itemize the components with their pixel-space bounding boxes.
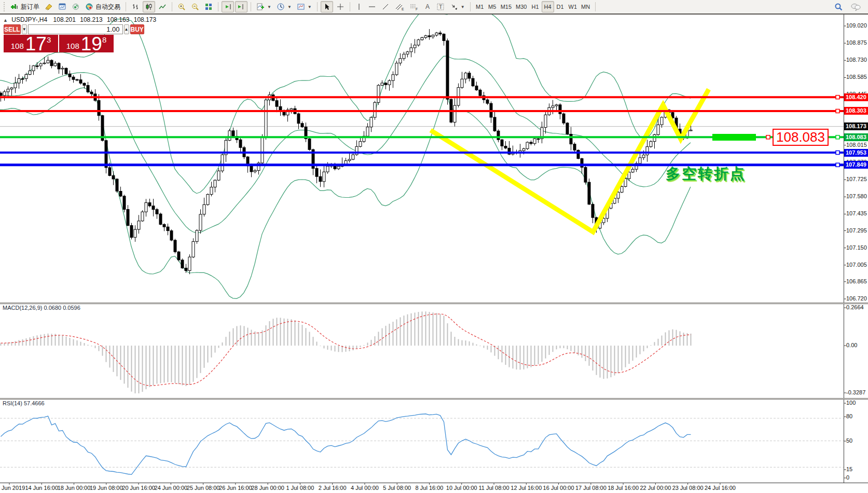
new-order-icon xyxy=(10,3,19,11)
highlight-rect-drawing[interactable] xyxy=(712,134,756,141)
tab-tf-m5[interactable]: M5 xyxy=(486,1,499,12)
label-button[interactable]: T xyxy=(434,1,447,12)
line-chart-button[interactable] xyxy=(156,1,169,12)
buy-button[interactable]: BUY xyxy=(130,24,144,34)
market-watch-button[interactable] xyxy=(56,1,68,12)
tab-tf-m15[interactable]: M15 xyxy=(499,1,514,12)
hline-handle[interactable] xyxy=(836,135,839,139)
pane-separator-macd[interactable] xyxy=(0,303,868,304)
time-tick-label: 18 Jul 16:00 xyxy=(608,485,639,491)
channel-icon: E xyxy=(395,3,404,11)
toolbar-separator xyxy=(470,2,471,11)
hline-handle[interactable] xyxy=(836,163,839,167)
terminal-window: 新订单 自动交易 xyxy=(0,0,868,493)
periods-button[interactable]: ▼ xyxy=(274,1,294,12)
collapse-panel-icon[interactable]: ▲ xyxy=(3,18,8,23)
tab-tf-w1[interactable]: W1 xyxy=(567,1,580,12)
price-tick-label: 108.730 xyxy=(846,57,868,63)
price-callout-label[interactable]: 108.083 xyxy=(773,129,829,146)
text-button[interactable]: A xyxy=(422,1,433,12)
fibonacci-button[interactable]: F xyxy=(407,1,421,12)
bar-chart-button[interactable] xyxy=(129,1,142,12)
text-label-icon: T xyxy=(436,3,445,11)
sell-price-button[interactable]: 108 17 3 xyxy=(4,35,58,52)
search-button[interactable] xyxy=(832,1,845,12)
tab-tf-mn[interactable]: MN xyxy=(579,1,592,12)
chevron-down-icon: ▼ xyxy=(267,5,271,9)
hline-handle[interactable] xyxy=(836,95,839,99)
toolbar-border xyxy=(0,13,868,15)
trendline-icon xyxy=(381,3,390,11)
crosshair-button[interactable] xyxy=(334,1,347,12)
price-tick-label: 108.585 xyxy=(846,74,868,80)
price-chip-108.083: 108.083 xyxy=(844,133,868,141)
buy-price-big: 19 xyxy=(81,36,102,52)
turning-point-annotation[interactable]: 多空转折点 xyxy=(666,164,746,184)
symbol-name: USDJPY-,H4 xyxy=(11,16,47,23)
rsi-axis-label: 0 xyxy=(846,474,849,481)
macd-axis-label: -0.3287 xyxy=(846,389,865,395)
toolbar-separator xyxy=(350,2,350,11)
candlestick-chart-icon xyxy=(145,3,153,11)
vertical-line-button[interactable] xyxy=(353,1,365,12)
zoom-out-button[interactable] xyxy=(189,1,201,12)
time-tick-label: 19 Jun 08:00 xyxy=(90,485,123,491)
search-icon xyxy=(834,3,843,11)
chart-canvas[interactable] xyxy=(0,0,868,493)
svg-text:A: A xyxy=(425,3,430,10)
time-tick-label: 5 Jul 08:00 xyxy=(383,485,411,491)
sell-button[interactable]: SELL xyxy=(4,24,21,34)
cursor-button[interactable] xyxy=(321,1,333,12)
tab-tf-m1[interactable]: M1 xyxy=(474,1,486,12)
chevron-down-icon: ▼ xyxy=(287,5,292,9)
chart-shift-button[interactable] xyxy=(235,1,247,12)
signal-button[interactable] xyxy=(70,1,82,12)
channel-button[interactable]: E xyxy=(393,1,406,12)
timeframe-group: M1M5M15M30H1H4D1W1MN xyxy=(474,1,592,12)
price-tick-label: 106.720 xyxy=(846,295,868,302)
price-tick-label: 106.865 xyxy=(846,278,868,284)
time-tick-label: 24 Jul 16:00 xyxy=(705,485,736,491)
line-chart-icon xyxy=(158,3,167,11)
volume-increase-button[interactable]: ▲ xyxy=(124,24,129,34)
chart-window-icon xyxy=(58,3,66,11)
time-tick-label: 1 Jul 08:00 xyxy=(286,485,314,491)
chevron-down-icon: ▼ xyxy=(308,5,312,9)
toolbar-grip xyxy=(4,2,6,11)
time-tick-label: 2 Jul 16:00 xyxy=(319,485,347,491)
horizontal-line-button[interactable] xyxy=(366,1,378,12)
new-order-button[interactable]: 新订单 xyxy=(8,1,42,12)
tab-tf-m30[interactable]: M30 xyxy=(514,1,529,12)
toolbar-separator xyxy=(218,2,218,11)
autotrade-label: 自动交易 xyxy=(95,3,120,11)
eraser-button[interactable] xyxy=(43,1,55,12)
trendline-button[interactable] xyxy=(379,1,392,12)
arrows-button[interactable]: ▼ xyxy=(448,1,467,12)
tab-tf-h1[interactable]: H1 xyxy=(529,1,542,12)
hline-handle[interactable] xyxy=(836,151,839,155)
macd-axis-label: 0.00 xyxy=(846,342,857,348)
buy-price-button[interactable]: 108 19 8 xyxy=(59,35,114,52)
chat-button[interactable] xyxy=(848,1,863,12)
time-tick-label: 8 Jul 16:00 xyxy=(416,485,444,491)
candlestick-chart-button[interactable] xyxy=(143,1,155,12)
price-tick-label: 109.020 xyxy=(846,22,868,29)
tile-windows-button[interactable] xyxy=(202,1,215,12)
time-tick-label: 10 Jul 00:00 xyxy=(446,485,477,491)
hline-handle[interactable] xyxy=(836,109,839,113)
time-tick-label: 22 Jul 00:00 xyxy=(640,485,671,491)
zoom-in-button[interactable] xyxy=(175,1,188,12)
tab-tf-d1[interactable]: D1 xyxy=(554,1,567,12)
time-tick-label: 4 Jul 00:00 xyxy=(351,485,379,491)
time-tick-label: 24 Jun 00:00 xyxy=(155,485,188,491)
tab-tf-h4[interactable]: H4 xyxy=(542,1,554,12)
indicators-button[interactable]: ▼ xyxy=(254,1,273,12)
time-tick-label: 20 Jun 16:00 xyxy=(122,485,155,491)
toolbar-separator xyxy=(172,2,172,11)
templates-button[interactable]: ▼ xyxy=(295,1,314,12)
pane-separator-rsi[interactable] xyxy=(0,398,868,400)
autotrade-button[interactable]: 自动交易 xyxy=(83,1,122,12)
price-label-anchor[interactable] xyxy=(766,135,770,139)
auto-scroll-button[interactable] xyxy=(222,1,234,12)
price-chip-108.303: 108.303 xyxy=(844,107,868,115)
